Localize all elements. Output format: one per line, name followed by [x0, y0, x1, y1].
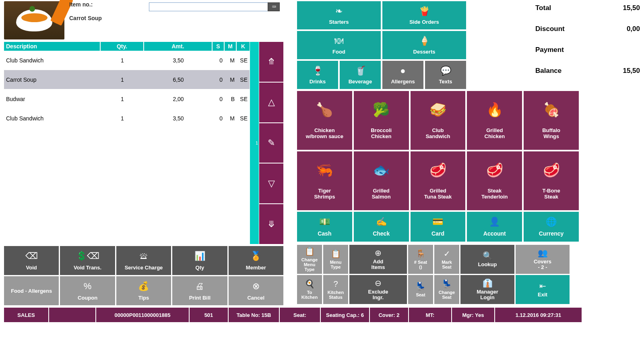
category-beverage[interactable]: 🥤Beverage: [340, 61, 381, 89]
category-starters[interactable]: ❧Starters: [297, 1, 381, 29]
op-covers-2[interactable]: 👥Covers- 2 -: [516, 245, 570, 274]
op-seat[interactable]: 🪑# Seat(): [408, 245, 433, 274]
change-seat-icon: 💺: [442, 279, 452, 288]
op-label: Tips: [138, 295, 149, 301]
op-qty[interactable]: 📊Qty: [172, 246, 227, 275]
category-texts[interactable]: 💬Texts: [425, 61, 466, 89]
op-manager-login[interactable]: 👔ManagerLogin: [460, 275, 514, 304]
menu-item-label: BuffaloWings: [542, 127, 560, 139]
order-row[interactable]: Club Sandwich13,500MSE: [4, 51, 250, 70]
row-m: B: [225, 96, 237, 102]
row-qty: 1: [101, 77, 144, 83]
op-print-bill[interactable]: 🖨Print Bill: [172, 276, 227, 305]
op-void[interactable]: ⌫Void: [4, 246, 59, 275]
food-icon: 🍽: [334, 36, 343, 46]
chicken-w-brown-sauce-icon: 🍗: [316, 101, 333, 118]
op-menu-type[interactable]: 📋MenuType: [323, 245, 348, 274]
op-exit[interactable]: ⇤Exit: [516, 275, 570, 304]
allergens-icon: ●: [400, 66, 405, 76]
page-down-icon[interactable]: ⤋: [259, 203, 283, 244]
beverage-icon: 🥤: [355, 66, 366, 76]
payment-currency[interactable]: 🌐Currency: [524, 212, 579, 242]
payment-account[interactable]: 👤Account: [467, 212, 522, 242]
menu-item-label: SteakTenderloin: [481, 188, 508, 200]
void-trans--icon: 💲⌫: [76, 251, 99, 261]
payment-label: Currency: [539, 230, 564, 237]
menu-item-t-bone-steak[interactable]: 🥩T-BoneSteak: [524, 151, 579, 210]
row-m: M: [225, 115, 237, 122]
row-k: SE: [237, 96, 250, 102]
op-exclude-ingr[interactable]: ⊖ExcludeIngr.: [349, 275, 407, 304]
status-cell: [49, 308, 95, 322]
scroll-up-icon[interactable]: △: [259, 82, 283, 122]
keyboard-icon[interactable]: ⌨: [268, 2, 280, 11]
status-cell: 501: [190, 308, 228, 322]
menu-item-label: GrilledSalmon: [372, 188, 391, 200]
payment-label: Cash: [318, 230, 331, 237]
op-void-trans-[interactable]: 💲⌫Void Trans.: [60, 246, 115, 275]
op-kitchen-status[interactable]: ?KitchenStatus: [323, 275, 348, 304]
row-k: SE: [237, 115, 250, 122]
payment-cash[interactable]: 💵Cash: [297, 212, 352, 242]
menu-item-chicken-w-brown-sauce[interactable]: 🍗Chickenw/brown sauce: [297, 91, 352, 150]
op-tips[interactable]: 💰Tips: [116, 276, 171, 305]
status-cell: Cover: 2: [370, 308, 408, 322]
edit-icon[interactable]: ✎: [259, 122, 283, 163]
op-label: Void Trans.: [74, 265, 101, 271]
item-search-input[interactable]: [149, 2, 278, 11]
category-label: Starters: [329, 19, 349, 25]
menu-item-grilled-tuna-steak[interactable]: 🥩GrilledTuna Steak: [411, 151, 466, 210]
manager-login-icon: 👔: [483, 279, 493, 288]
menu-item-grilled-salmon[interactable]: 🐟GrilledSalmon: [354, 151, 409, 210]
row-amt: 2,00: [144, 96, 213, 102]
menu-item-steak-tenderloin[interactable]: 🥩SteakTenderloin: [467, 151, 522, 210]
op-to-kitchen[interactable]: 🍳ToKitchen: [297, 275, 322, 304]
category-label: Drinks: [310, 79, 326, 85]
row-k: SE: [237, 77, 250, 83]
total-value: 15,50: [623, 4, 640, 12]
op-change-menu-type[interactable]: 📋ChangeMenuType: [297, 245, 322, 274]
row-desc: Carrot Soup: [4, 77, 101, 83]
order-row[interactable]: Budwar12,000BSE: [4, 89, 250, 109]
menu-item-club-sandwich[interactable]: 🥪ClubSandwich: [411, 91, 466, 150]
scroll-down-icon[interactable]: ▽: [259, 163, 283, 203]
payment-label: Payment: [535, 46, 564, 54]
category-side-orders[interactable]: 🍟Side Orders: [382, 1, 466, 29]
page-up-icon[interactable]: ⤊: [259, 42, 283, 82]
cash-icon: 💵: [319, 217, 330, 227]
op-label: Seat: [416, 292, 425, 297]
op-add-items[interactable]: ⊕AddItems: [349, 245, 407, 274]
op-coupon[interactable]: %Coupon: [60, 276, 115, 305]
print-bill-icon: 🖨: [195, 281, 204, 292]
order-row[interactable]: Club Sandwich13,500MSE: [4, 109, 250, 128]
payment-card[interactable]: 💳Card: [411, 212, 466, 242]
order-row[interactable]: Carrot Soup16,500MSE: [4, 70, 250, 89]
category-allergens[interactable]: ●Allergens: [382, 61, 423, 89]
menu-item-label: GrilledTuna Steak: [424, 188, 452, 200]
menu-item-buffalo-wings[interactable]: 🍖BuffaloWings: [524, 91, 579, 150]
op-seat[interactable]: 💺Seat: [408, 275, 433, 304]
category-label: Desserts: [413, 49, 436, 55]
category-food[interactable]: 🍽Food: [297, 31, 381, 59]
menu-item-label: BroccoliChicken: [371, 127, 392, 139]
row-m: M: [225, 57, 237, 64]
col-s: S: [213, 42, 225, 51]
op-cancel[interactable]: ⊗Cancel: [229, 276, 283, 305]
menu-item-tiger-shrimps[interactable]: 🦐TigerShrimps: [297, 151, 352, 210]
payment-check[interactable]: ✍Check: [354, 212, 409, 242]
menu-item-grilled-chicken[interactable]: 🔥GrilledChicken: [467, 91, 522, 150]
category-drinks[interactable]: 🍷Drinks: [297, 61, 338, 89]
op-food-allergens[interactable]: Food - Allergens: [4, 276, 59, 305]
menu-item-broccoli-chicken[interactable]: 🥦BroccoliChicken: [354, 91, 409, 150]
lookup-icon: 🔍: [483, 251, 493, 260]
category-label: Side Orders: [409, 19, 439, 25]
row-qty: 1: [101, 115, 144, 122]
op-member[interactable]: 🏅Member: [229, 246, 283, 275]
op-change-seat[interactable]: 💺ChangeSeat: [434, 275, 459, 304]
op-mark-seat[interactable]: ✓MarkSeat: [434, 245, 459, 274]
op-label: ChangeSeat: [439, 290, 455, 300]
club-sandwich-icon: 🥪: [429, 101, 446, 118]
category-desserts[interactable]: 🍦Desserts: [382, 31, 466, 59]
op-lookup[interactable]: 🔍Lookup: [460, 245, 514, 274]
op-service-charge[interactable]: 🛎Service Charge: [116, 246, 171, 275]
